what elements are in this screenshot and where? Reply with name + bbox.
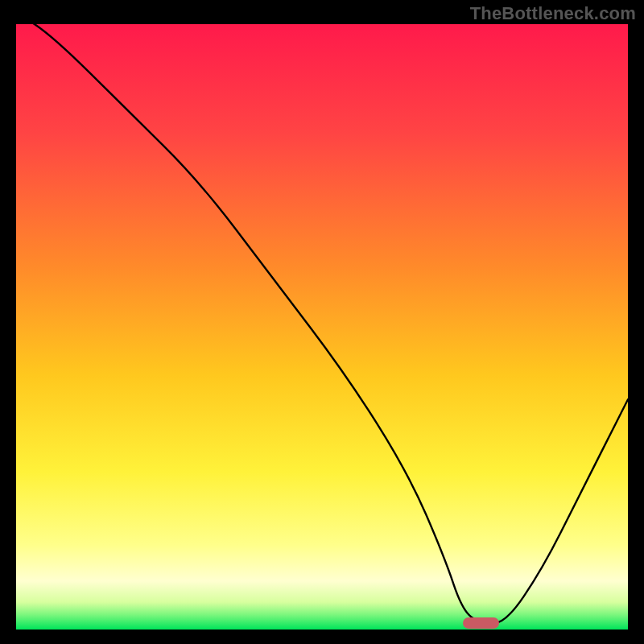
optimum-marker xyxy=(463,617,500,629)
chart-svg xyxy=(16,24,628,630)
background-rect xyxy=(16,24,628,630)
watermark-text: TheBottleneck.com xyxy=(470,3,636,24)
plot-area xyxy=(16,24,628,630)
chart-frame: TheBottleneck.com xyxy=(0,0,644,644)
